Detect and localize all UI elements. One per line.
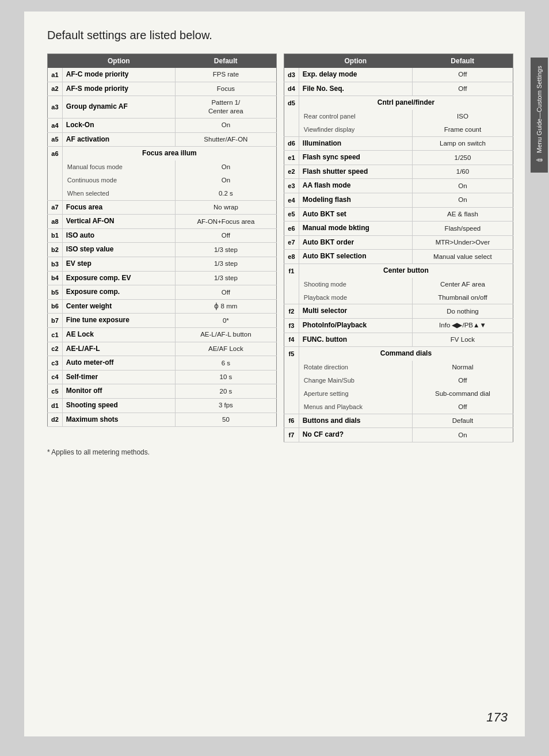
- row-key: d2: [48, 413, 63, 427]
- row-default: Off: [412, 68, 513, 82]
- row-option: FUNC. button: [299, 333, 412, 347]
- left-header-key: [48, 54, 63, 68]
- row-option: No CF card?: [299, 428, 412, 442]
- row-key: f4: [284, 333, 299, 347]
- page: ✏ Menu Guide—Custom Settings Default set…: [24, 12, 525, 736]
- table-row: f2 Multi selector Do nothing: [284, 304, 513, 319]
- table-row: f7 No CF card? On: [284, 428, 513, 442]
- row-option: Focus area: [62, 200, 175, 215]
- row-sub-option: Aperture setting: [299, 387, 412, 400]
- row-default: Frame count: [412, 123, 513, 136]
- row-key: b5: [48, 285, 63, 300]
- row-key: f1: [284, 264, 299, 278]
- row-default: Center AF area: [412, 278, 513, 291]
- left-header-option: Option: [62, 54, 175, 68]
- row-default: AF-ON+Focus area: [175, 215, 276, 229]
- row-key: f3: [284, 319, 299, 333]
- row-default: On: [175, 161, 276, 174]
- row-key: e3: [284, 179, 299, 193]
- table-row: f1 Center button: [284, 264, 513, 278]
- row-default: 1/3 step: [175, 257, 276, 272]
- row-option: Flash shutter speed: [299, 165, 412, 179]
- left-table: Option Default a1 AF-C mode priority FPS…: [47, 54, 277, 427]
- row-option: Center button: [299, 264, 513, 278]
- row-option: Shooting speed: [62, 398, 175, 413]
- right-table: Option Default d3 Exp. delay mode Off d4…: [284, 54, 513, 442]
- row-key: [284, 291, 299, 304]
- row-option: AF activation: [62, 132, 175, 147]
- table-row: e8 Auto BKT selection Manual value selec…: [284, 250, 513, 264]
- row-key: [284, 361, 299, 374]
- table-row: Menus and Playback Off: [284, 400, 513, 414]
- row-key: e2: [284, 165, 299, 179]
- row-key: f2: [284, 304, 299, 319]
- row-default: AE/AF Lock: [175, 342, 276, 356]
- table-row: f4 FUNC. button FV Lock: [284, 333, 513, 347]
- row-key: [48, 161, 63, 174]
- tables-container: Option Default a1 AF-C mode priority FPS…: [47, 54, 513, 442]
- table-row: e5 Auto BKT set AE & flash: [284, 207, 513, 222]
- table-row: When selected 0.2 s: [48, 187, 277, 200]
- row-default: Flash/speed: [412, 222, 513, 236]
- table-row: Manual focus mode On: [48, 161, 277, 174]
- row-key: a2: [48, 82, 63, 96]
- row-default: MTR>Under>Over: [412, 235, 513, 250]
- table-row: d5 Cntrl panel/finder: [284, 96, 513, 110]
- row-default: 6 s: [175, 356, 276, 371]
- row-key: d6: [284, 136, 299, 151]
- table-row: e4 Modeling flash On: [284, 193, 513, 208]
- row-option: AE Lock: [62, 328, 175, 342]
- row-default: Default: [412, 414, 513, 428]
- row-option: Group dynamic AF: [62, 96, 175, 119]
- table-row: b1 ISO auto Off: [48, 228, 277, 243]
- row-key: d5: [284, 96, 299, 110]
- table-row: Viewfinder display Frame count: [284, 123, 513, 136]
- row-key: c5: [48, 384, 63, 399]
- row-option: Cntrl panel/finder: [299, 96, 513, 110]
- row-key: d1: [48, 398, 63, 413]
- row-key: [284, 400, 299, 414]
- row-option: Exposure comp. EV: [62, 271, 175, 285]
- row-key: [284, 278, 299, 291]
- row-sub-option: Shooting mode: [299, 278, 412, 291]
- row-key: [284, 123, 299, 136]
- row-option: ISO auto: [62, 228, 175, 243]
- row-default: 0*: [175, 314, 276, 328]
- row-option: Exp. delay mode: [299, 68, 412, 82]
- row-default: 1/250: [412, 151, 513, 165]
- table-row: d4 File No. Seq. Off: [284, 82, 513, 96]
- row-option: Command dials: [299, 347, 513, 361]
- row-default: AE & flash: [412, 207, 513, 222]
- row-key: f5: [284, 347, 299, 361]
- row-default: On: [412, 179, 513, 193]
- row-sub-option: Menus and Playback: [299, 400, 412, 414]
- row-sub-option: Manual focus mode: [62, 161, 175, 174]
- row-key: b4: [48, 271, 63, 285]
- row-option: Flash sync speed: [299, 151, 412, 165]
- row-sub-option: Rear control panel: [299, 110, 412, 123]
- table-row: e7 Auto BKT order MTR>Under>Over: [284, 235, 513, 250]
- row-key: a3: [48, 96, 63, 119]
- table-row: f5 Command dials: [284, 347, 513, 361]
- table-row: c3 Auto meter-off 6 s: [48, 356, 277, 371]
- table-row: Change Main/Sub Off: [284, 374, 513, 387]
- row-default: 0.2 s: [175, 187, 276, 200]
- table-row: d6 Illumination Lamp on switch: [284, 136, 513, 151]
- side-tab-label: Menu Guide—Custom Settings: [536, 66, 543, 153]
- page-number: 173: [486, 710, 508, 725]
- row-key: f6: [284, 414, 299, 428]
- row-default: Do nothing: [412, 304, 513, 319]
- row-option: Self-timer: [62, 370, 175, 384]
- table-row: a4 Lock-On On: [48, 119, 277, 133]
- row-key: b7: [48, 314, 63, 328]
- row-option: Auto BKT order: [299, 235, 412, 250]
- row-option: Manual mode bkting: [299, 222, 412, 236]
- row-key: c2: [48, 342, 63, 356]
- row-default: FV Lock: [412, 333, 513, 347]
- table-row: d1 Shooting speed 3 fps: [48, 398, 277, 413]
- table-row: a6 Focus area illum: [48, 147, 277, 161]
- row-option: Vertical AF-ON: [62, 215, 175, 229]
- row-option: AF-C mode priority: [62, 68, 175, 82]
- table-row: f6 Buttons and dials Default: [284, 414, 513, 428]
- row-option: PhotoInfo/Playback: [299, 319, 412, 333]
